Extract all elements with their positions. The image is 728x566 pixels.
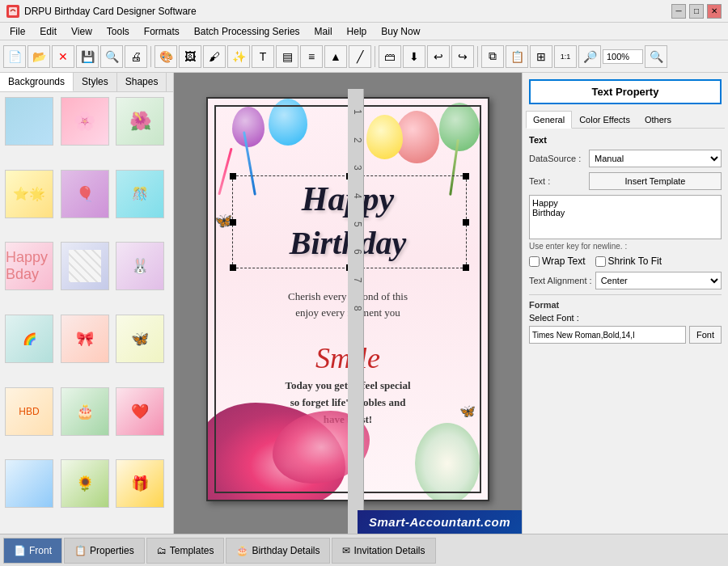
left-panel: Backgrounds Styles Shapes 🌸 🌺 ⭐🌟 🎈 🎊 Hap… <box>0 73 174 534</box>
streamer-1 <box>218 148 232 196</box>
thumbnail-6[interactable]: 🎊 <box>116 170 164 218</box>
close-button[interactable]: ✕ <box>707 4 722 19</box>
zoom-in-button[interactable]: 🔎 <box>578 45 601 68</box>
tab-shapes[interactable]: Shapes <box>117 73 167 91</box>
alignment-row: Text Alignment : Center Left Right Justi… <box>529 272 722 289</box>
datasource-select[interactable]: Manual <box>589 150 722 167</box>
menu-tools[interactable]: Tools <box>100 24 136 39</box>
text-button[interactable]: T <box>252 45 274 68</box>
title-bar: DRPU Birthday Card Designer Software ─ □… <box>0 0 728 23</box>
alignment-select[interactable]: Center Left Right Justify <box>595 272 722 289</box>
thumbnail-8[interactable] <box>61 242 109 290</box>
menu-help[interactable]: Help <box>341 24 374 39</box>
zoom-level: 100% <box>603 49 643 64</box>
thumbnail-13[interactable]: HBD <box>5 387 53 436</box>
thumbnail-14[interactable]: 🎂 <box>61 387 109 436</box>
thumbnail-9[interactable]: 🐰 <box>116 242 164 290</box>
text-textarea[interactable]: Happy Birthday <box>529 195 722 239</box>
font-input[interactable] <box>529 326 686 344</box>
line-button[interactable]: ╱ <box>349 45 371 68</box>
minimize-button[interactable]: ─ <box>671 4 686 19</box>
hint-text: Use enter key for newline. : <box>529 242 722 251</box>
handle-middle-right[interactable] <box>463 219 469 226</box>
download-button[interactable]: ⬇ <box>403 45 425 68</box>
canvas-area[interactable]: 1234567 1 2 3 4 5 6 7 8 <box>174 73 522 534</box>
property-section: Text DataSource : Manual Text : Insert T… <box>523 129 728 353</box>
front-icon: 📄 <box>14 545 26 556</box>
image-button[interactable]: 🖼 <box>179 45 201 68</box>
roses3-decoration <box>415 423 480 500</box>
effect-button[interactable]: ✨ <box>227 45 250 68</box>
print-preview-button[interactable]: 🔍 <box>100 45 123 68</box>
new-button[interactable]: 📄 <box>3 45 26 68</box>
menu-edit[interactable]: Edit <box>33 24 63 39</box>
left-tabs: Backgrounds Styles Shapes <box>0 73 173 92</box>
thumbnail-17[interactable]: 🌻 <box>61 459 109 508</box>
tab-backgrounds[interactable]: Backgrounds <box>0 73 74 91</box>
ratio-button[interactable]: 1:1 <box>554 45 577 68</box>
thumbnail-15[interactable]: ❤️ <box>116 387 164 436</box>
undo-button[interactable]: ↩ <box>427 45 450 68</box>
tab-color-effects[interactable]: Color Effects <box>572 111 637 128</box>
menu-mail[interactable]: Mail <box>308 24 339 39</box>
maximize-button[interactable]: □ <box>689 4 704 19</box>
thumbnail-7[interactable]: Happy Bday <box>5 242 53 290</box>
balloon-blue <box>269 99 307 146</box>
tab-styles[interactable]: Styles <box>74 73 117 91</box>
menu-buy[interactable]: Buy Now <box>375 24 426 39</box>
watermark: Smart-Accountant.com <box>358 510 522 534</box>
db-button[interactable]: 🗃 <box>379 45 401 68</box>
handle-middle-left[interactable] <box>230 219 236 226</box>
bottom-tab-birthday-details[interactable]: 🎂 Birthday Details <box>226 538 330 564</box>
menu-file[interactable]: File <box>3 24 32 39</box>
font-row: Font <box>529 326 722 344</box>
redo-button[interactable]: ↪ <box>451 45 474 68</box>
menu-formats[interactable]: Formats <box>138 24 186 39</box>
align-button[interactable]: ≡ <box>300 45 323 68</box>
thumbnail-16[interactable] <box>5 459 53 508</box>
design-button[interactable]: 🎨 <box>154 45 177 68</box>
balloon-yellow <box>366 115 403 159</box>
thumbnail-12[interactable]: 🦋 <box>116 315 164 363</box>
handle-top-left[interactable] <box>230 173 236 180</box>
title-bar-controls[interactable]: ─ □ ✕ <box>671 4 722 19</box>
copy-button[interactable]: ⧉ <box>481 45 504 68</box>
thumbnail-4[interactable]: ⭐🌟 <box>5 170 53 218</box>
barcode-button[interactable]: ▤ <box>276 45 298 68</box>
open-button[interactable]: 📂 <box>28 45 50 68</box>
save-button[interactable]: 💾 <box>76 45 99 68</box>
text-section-label: Text <box>529 135 722 145</box>
grid-button[interactable]: ⊞ <box>530 45 552 68</box>
zoom-out-button[interactable]: 🔍 <box>645 45 667 68</box>
thumbnail-1[interactable] <box>5 97 53 146</box>
insert-template-button[interactable]: Insert Template <box>589 172 722 190</box>
handle-top-right[interactable] <box>463 173 469 180</box>
tab-others[interactable]: Others <box>637 111 679 128</box>
birthday-icon: 🎂 <box>236 545 248 556</box>
thumbnail-18[interactable]: 🎁 <box>116 459 164 508</box>
brush-button[interactable]: 🖌 <box>203 45 226 68</box>
text-label: Text : <box>529 176 586 186</box>
bottom-tab-templates[interactable]: 🗂 Templates <box>146 538 225 564</box>
thumbnail-11[interactable]: 🎀 <box>61 315 109 363</box>
handle-bottom-left[interactable] <box>230 264 236 271</box>
shrink-to-fit-checkbox[interactable]: Shrink To Fit <box>595 256 662 267</box>
menu-view[interactable]: View <box>65 24 99 39</box>
close-button-tb[interactable]: ✕ <box>52 45 74 68</box>
wrap-text-checkbox[interactable]: Wrap Text <box>529 256 586 267</box>
thumbnail-2[interactable]: 🌸 <box>61 97 109 146</box>
bottom-tab-properties[interactable]: 📋 Properties <box>64 538 145 564</box>
menu-batch[interactable]: Batch Processing Series <box>188 24 307 39</box>
alignment-label: Text Alignment : <box>529 276 592 285</box>
shape-button[interactable]: ▲ <box>324 45 347 68</box>
tab-general[interactable]: General <box>526 111 572 129</box>
thumbnail-3[interactable]: 🌺 <box>116 97 164 146</box>
handle-bottom-right[interactable] <box>463 264 469 271</box>
font-button[interactable]: Font <box>689 326 722 344</box>
thumbnail-5[interactable]: 🎈 <box>61 170 109 218</box>
bottom-tab-front[interactable]: 📄 Front <box>3 538 62 564</box>
bottom-tab-invitation-details[interactable]: ✉ Invitation Details <box>332 538 435 564</box>
print-button[interactable]: 🖨 <box>125 45 147 68</box>
paste-button[interactable]: 📋 <box>506 45 528 68</box>
thumbnail-10[interactable]: 🌈 <box>5 315 53 363</box>
